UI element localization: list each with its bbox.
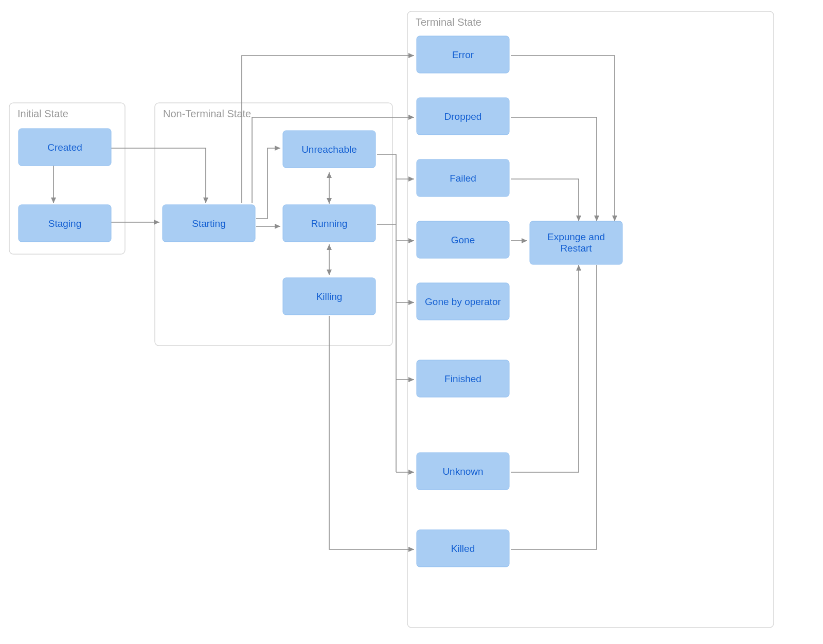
- node-starting: Starting: [163, 205, 255, 242]
- node-gonebyop: Gone by operator: [417, 283, 509, 320]
- svg-text:Failed: Failed: [450, 173, 476, 184]
- node-created: Created: [19, 129, 111, 166]
- edge-killed-expunge: [511, 265, 597, 549]
- node-unreachable: Unreachable: [283, 131, 375, 168]
- edge-failed-expunge: [511, 179, 579, 221]
- edge-dropped-expunge: [511, 117, 597, 221]
- state-diagram: Initial State Non-Terminal State Termina…: [0, 0, 823, 644]
- node-finished: Finished: [417, 360, 509, 397]
- node-dropped: Dropped: [417, 98, 509, 135]
- svg-text:Dropped: Dropped: [444, 111, 482, 122]
- node-running: Running: [283, 205, 375, 242]
- svg-text:Killed: Killed: [451, 543, 475, 554]
- svg-text:Error: Error: [452, 49, 474, 60]
- node-unknown: Unknown: [417, 453, 509, 490]
- svg-text:Staging: Staging: [48, 218, 81, 229]
- edge-starting-unreachable: [256, 148, 280, 219]
- group-terminal-label: Terminal State: [416, 16, 481, 28]
- group-initial-label: Initial State: [17, 108, 68, 119]
- svg-text:Finished: Finished: [444, 373, 481, 384]
- node-error: Error: [417, 36, 509, 73]
- svg-text:Running: Running: [311, 218, 348, 229]
- svg-text:Unknown: Unknown: [442, 466, 483, 477]
- svg-text:Killing: Killing: [316, 291, 343, 302]
- node-killing: Killing: [283, 278, 375, 315]
- svg-text:Starting: Starting: [192, 218, 225, 229]
- group-nonterminal-label: Non-Terminal State: [163, 108, 251, 119]
- edge-error-expunge: [511, 56, 615, 221]
- edge-unknown-expunge: [511, 265, 579, 472]
- node-gone: Gone: [417, 221, 509, 258]
- node-failed: Failed: [417, 159, 509, 196]
- svg-text:Unreachable: Unreachable: [301, 144, 357, 155]
- node-expunge-and-restart: Expunge andRestart: [530, 221, 622, 264]
- edge-killing-killed: [329, 316, 414, 549]
- node-killed: Killed: [417, 530, 509, 567]
- node-staging: Staging: [19, 205, 111, 242]
- svg-text:Gone: Gone: [451, 235, 475, 245]
- svg-text:Created: Created: [47, 142, 82, 153]
- svg-text:Gone by operator: Gone by operator: [425, 296, 502, 307]
